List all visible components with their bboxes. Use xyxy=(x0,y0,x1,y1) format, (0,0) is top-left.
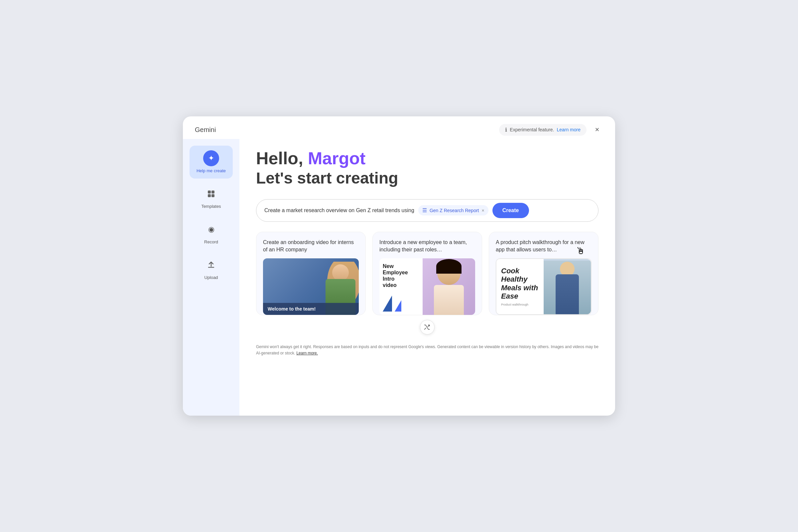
card-1[interactable]: Create an onboarding video for interns o… xyxy=(256,232,366,315)
chef-body xyxy=(556,274,579,314)
card-3-photo-right xyxy=(544,259,591,314)
sidebar-item-templates[interactable]: Templates xyxy=(190,181,233,214)
app-title: Gemini xyxy=(195,126,216,134)
create-button[interactable]: Create xyxy=(492,203,529,218)
card-2-slide-title: New Employee Intro video xyxy=(383,263,419,289)
sidebar-item-help-me-create[interactable]: ✦ Help me create xyxy=(190,146,233,178)
sidebar-item-label-templates: Templates xyxy=(201,204,221,209)
hair xyxy=(436,259,461,274)
card-1-image: Welcome to the team! xyxy=(263,258,359,315)
card-2-slide-left: New Employee Intro video xyxy=(379,258,423,315)
shuffle-button[interactable] xyxy=(420,320,435,335)
sidebar: ✦ Help me create Templates ◉ Record xyxy=(183,139,240,416)
tag-label: Gen Z Research Report xyxy=(430,208,479,213)
card-3[interactable]: A product pitch walkthrough for a new ap… xyxy=(489,232,598,315)
triangle-2 xyxy=(395,300,401,311)
card-2-photo-right xyxy=(423,258,475,315)
sidebar-item-record[interactable]: ◉ Record xyxy=(190,217,233,250)
greeting-block: Hello, Margot Let's start creating xyxy=(256,149,598,188)
card-2-title: Introduce a new employee to a team, incl… xyxy=(379,239,475,254)
greeting-sub: Let's start creating xyxy=(256,169,598,188)
sidebar-item-upload[interactable]: Upload xyxy=(190,252,233,285)
shuffle-area xyxy=(256,320,598,335)
search-bar: Create a market research overview on Gen… xyxy=(256,199,598,222)
experimental-text: Experimental feature. xyxy=(510,127,554,132)
greeting-hello-prefix: Hello, xyxy=(256,149,308,168)
search-tag: ☰ Gen Z Research Report × xyxy=(418,205,489,215)
body: ✦ Help me create Templates ◉ Record xyxy=(183,139,615,416)
record-icon: ◉ xyxy=(203,222,219,238)
close-button[interactable]: × xyxy=(591,124,603,136)
svg-rect-0 xyxy=(208,191,211,193)
card-1-title: Create an onboarding video for interns o… xyxy=(263,239,359,254)
tag-close-icon[interactable]: × xyxy=(482,208,484,213)
greeting-name: Margot xyxy=(308,149,365,168)
search-input-value: Create a market research overview on Gen… xyxy=(264,208,414,213)
greeting-hello: Hello, Margot xyxy=(256,149,598,168)
card-2-bg: New Employee Intro video xyxy=(379,258,475,315)
card-1-bg: Welcome to the team! xyxy=(263,258,359,315)
upload-icon xyxy=(203,257,219,273)
shuffle-icon xyxy=(424,324,431,330)
sidebar-item-label-upload: Upload xyxy=(204,275,218,281)
templates-icon xyxy=(203,186,219,202)
cards-row: Create an onboarding video for interns o… xyxy=(256,232,598,315)
card-2[interactable]: Introduce a new employee to a team, incl… xyxy=(373,232,482,315)
card-2-image: New Employee Intro video xyxy=(379,258,475,315)
main-content: Hello, Margot Let's start creating Creat… xyxy=(240,139,615,416)
header-right: ℹ Experimental feature. Learn more × xyxy=(499,124,603,136)
card-1-overlay: Welcome to the team! xyxy=(263,303,359,315)
svg-rect-2 xyxy=(208,194,211,197)
sidebar-item-label-help: Help me create xyxy=(196,168,226,174)
card-3-bg: Cook Healthy Meals with Ease Product wal… xyxy=(496,259,591,315)
disclaimer: Gemini won't always get it right. Respon… xyxy=(256,344,598,363)
info-icon: ℹ xyxy=(505,127,507,133)
triangle-1 xyxy=(383,296,392,311)
card-3-book-title: Cook Healthy Meals with Ease xyxy=(501,267,539,300)
person-head xyxy=(332,264,349,281)
card-3-title: A product pitch walkthrough for a new ap… xyxy=(496,239,591,254)
svg-rect-1 xyxy=(211,191,214,193)
learn-more-link[interactable]: Learn more xyxy=(557,127,581,132)
body-torso xyxy=(434,285,464,315)
card-2-triangles xyxy=(383,296,419,313)
svg-rect-3 xyxy=(211,194,214,197)
header: Gemini ℹ Experimental feature. Learn mor… xyxy=(183,116,615,139)
main-window: Gemini ℹ Experimental feature. Learn mor… xyxy=(183,116,615,416)
sidebar-item-label-record: Record xyxy=(204,240,218,245)
doc-icon: ☰ xyxy=(422,207,427,213)
experimental-badge: ℹ Experimental feature. Learn more xyxy=(499,124,587,136)
disclaimer-link[interactable]: Learn more. xyxy=(296,351,318,356)
card-3-text-left: Cook Healthy Meals with Ease Product wal… xyxy=(496,259,544,314)
card-3-sub: Product walkthrough xyxy=(501,303,539,306)
card-3-image: Cook Healthy Meals with Ease Product wal… xyxy=(496,258,591,315)
sparkle-icon: ✦ xyxy=(203,150,219,166)
